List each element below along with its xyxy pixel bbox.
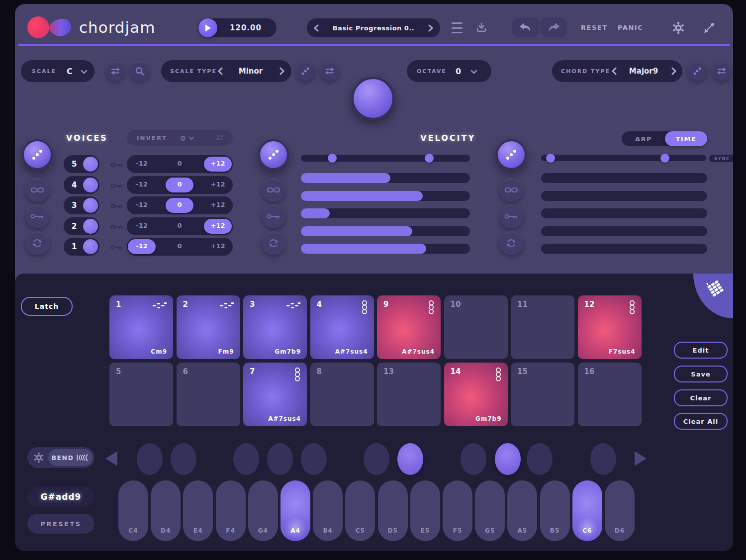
- voices-loop-button[interactable]: [25, 178, 49, 202]
- key-E4[interactable]: E4: [183, 480, 213, 541]
- panic-button[interactable]: PANIC: [618, 24, 643, 31]
- undo-button[interactable]: [512, 18, 539, 37]
- octave-selector[interactable]: OCTAVE 0: [407, 60, 491, 82]
- arp-tab[interactable]: ARP: [622, 135, 665, 143]
- velocity-range-slider[interactable]: [301, 155, 470, 162]
- velocity-bar-5[interactable]: [301, 244, 470, 254]
- scale-type-swap-button[interactable]: [320, 61, 340, 81]
- chip-G#5[interactable]: [495, 443, 521, 475]
- chord-type-swap-button[interactable]: [712, 61, 732, 81]
- option-+12[interactable]: +12: [207, 201, 229, 208]
- time-range-high-handle[interactable]: [660, 154, 669, 163]
- edit-button[interactable]: Edit: [674, 342, 728, 359]
- preset-next-icon[interactable]: [428, 24, 433, 32]
- chip-F#5[interactable]: [461, 443, 486, 475]
- scale-type-prev-icon[interactable]: [218, 67, 223, 75]
- pad-9[interactable]: 9A#7sus4: [377, 295, 441, 359]
- clear-button[interactable]: Clear: [674, 389, 728, 406]
- voice-toggle-knob[interactable]: [83, 239, 98, 254]
- chip-G#4[interactable]: [267, 443, 293, 475]
- gear-icon[interactable]: [33, 452, 44, 463]
- key-F4[interactable]: F4: [216, 480, 246, 541]
- pad-view-corner[interactable]: [693, 274, 733, 318]
- time-bar-5[interactable]: [541, 244, 707, 254]
- velocity-random-knob[interactable]: [258, 139, 289, 170]
- key-B4[interactable]: B4: [313, 480, 343, 541]
- chip-C#5[interactable]: [364, 443, 389, 475]
- main-knob[interactable]: [351, 77, 395, 120]
- key-B5[interactable]: B5: [540, 480, 570, 541]
- time-random-knob[interactable]: [496, 139, 527, 170]
- option-0[interactable]: 0: [169, 222, 190, 229]
- settings-button[interactable]: [671, 21, 685, 35]
- tempo-display[interactable]: 120.00: [220, 23, 272, 32]
- voices-lock-button[interactable]: [25, 204, 49, 228]
- pad-5[interactable]: 5: [109, 363, 173, 426]
- chip-D#4[interactable]: [171, 443, 196, 475]
- velocity-reset-button[interactable]: [262, 231, 285, 255]
- pad-15[interactable]: 15: [511, 363, 574, 426]
- scale-detect-button[interactable]: [130, 61, 150, 81]
- option-0[interactable]: 0: [169, 160, 190, 167]
- pad-6[interactable]: 6: [177, 363, 240, 426]
- velocity-bar-4[interactable]: [301, 226, 470, 236]
- chip-A#4[interactable]: [301, 443, 327, 475]
- velocity-bar-2[interactable]: [301, 191, 470, 201]
- voice-toggle-knob[interactable]: [83, 219, 98, 234]
- pad-10[interactable]: 10: [444, 295, 508, 359]
- pad-14[interactable]: 14Gm7b9: [444, 363, 508, 426]
- option--12[interactable]: -12: [131, 201, 153, 208]
- option-+12[interactable]: +12: [207, 160, 229, 167]
- preset-prev-icon[interactable]: [314, 24, 319, 32]
- key-C5[interactable]: C5: [345, 480, 375, 541]
- preset-name[interactable]: Basic Progression 0..: [320, 24, 427, 32]
- key-A4[interactable]: A4: [280, 480, 310, 541]
- time-bar-1[interactable]: [541, 173, 707, 183]
- voices-reset-button[interactable]: [25, 231, 49, 255]
- time-loop-button[interactable]: [499, 178, 523, 202]
- play-button[interactable]: [198, 18, 217, 37]
- chip-A#5[interactable]: [527, 443, 553, 475]
- pad-7[interactable]: 7A#7sus4: [243, 363, 307, 426]
- pad-8[interactable]: 8: [310, 363, 374, 426]
- invert-selector[interactable]: INVERT 0: [127, 130, 233, 146]
- presets-button[interactable]: PRESETS: [27, 514, 94, 534]
- sync-badge[interactable]: SYNC: [709, 155, 733, 162]
- pad-3[interactable]: 3Gm7b9: [243, 295, 307, 359]
- pad-2[interactable]: 2Fm9: [177, 295, 240, 359]
- key-A5[interactable]: A5: [507, 480, 537, 541]
- chip-C#4[interactable]: [137, 443, 163, 475]
- velocity-range-low-handle[interactable]: [328, 154, 337, 163]
- time-bar-4[interactable]: [541, 226, 707, 236]
- key-D4[interactable]: D4: [151, 480, 181, 541]
- velocity-bar-1[interactable]: [301, 173, 470, 183]
- option--12[interactable]: -12: [131, 222, 153, 229]
- chip-C#6[interactable]: [590, 443, 616, 475]
- velocity-bar-3[interactable]: [301, 208, 470, 218]
- key-D6[interactable]: D6: [605, 480, 635, 541]
- scale-swap-button[interactable]: [105, 61, 125, 81]
- key-G4[interactable]: G4: [248, 480, 278, 541]
- time-reset-button[interactable]: [499, 231, 523, 255]
- menu-button[interactable]: [451, 22, 464, 33]
- reset-button[interactable]: RESET: [581, 24, 608, 31]
- redo-button[interactable]: [540, 18, 567, 37]
- option-0[interactable]: 0: [169, 201, 190, 208]
- time-range-slider[interactable]: [541, 155, 706, 161]
- chord-type-value[interactable]: Major9: [619, 67, 668, 76]
- time-lock-button[interactable]: [499, 204, 523, 228]
- save-preset-button[interactable]: [475, 22, 487, 34]
- time-range-low-handle[interactable]: [546, 154, 555, 163]
- chip-D#5[interactable]: [397, 443, 423, 475]
- option--12[interactable]: -12: [131, 160, 153, 167]
- option--12[interactable]: -12: [131, 181, 153, 188]
- key-E5[interactable]: E5: [410, 480, 440, 541]
- chips-scroll-left[interactable]: [105, 451, 117, 466]
- key-C4[interactable]: C4: [118, 480, 148, 541]
- key-F5[interactable]: F5: [443, 480, 472, 541]
- chips-scroll-right[interactable]: [635, 451, 647, 466]
- pad-1[interactable]: 1Cm9: [109, 295, 173, 359]
- time-tab[interactable]: TIME: [665, 131, 707, 146]
- pad-4[interactable]: 4A#7sus4: [310, 295, 374, 359]
- pad-12[interactable]: 12F7sus4: [578, 295, 642, 359]
